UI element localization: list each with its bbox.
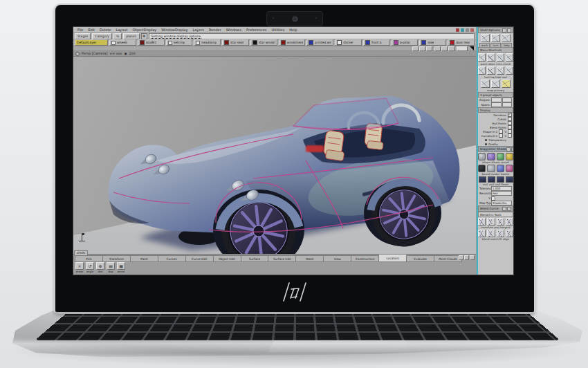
highlight-tool-icon[interactable]: [502, 80, 511, 88]
viewport-title-bar[interactable]: Persp [Camera] == xxx ◉ 100: [73, 51, 476, 57]
display-checkbox[interactable]: [499, 134, 503, 138]
panel-title-bar[interactable]: Shelf Options: [478, 27, 513, 33]
layer-chip[interactable]: star windshld: [250, 39, 277, 46]
layer-chip[interactable]: b-pillar: [392, 39, 419, 46]
layer-checkbox[interactable]: [168, 41, 172, 45]
panel-collapse-button[interactable]: [502, 28, 506, 33]
curve-snap-icon[interactable]: [466, 28, 469, 32]
maximize-button[interactable]: [441, 46, 448, 51]
point-snap-icon[interactable]: [470, 28, 474, 32]
blend-btn2[interactable]: [507, 207, 511, 211]
fit-curve-icon[interactable]: [497, 230, 504, 237]
layer-swatch[interactable]: [365, 40, 370, 45]
prompt-button-[interactable]: %: [113, 33, 122, 39]
shader-sphere-icon[interactable]: [506, 153, 513, 160]
layer-chip[interactable]: wheels: [109, 39, 136, 46]
shelf-tab-curves[interactable]: Curves: [158, 255, 186, 262]
shader-sphere-icon[interactable]: [487, 153, 495, 160]
3d-viewport[interactable]: [73, 57, 476, 254]
shelf-tab-locators[interactable]: Locators: [379, 255, 407, 262]
layer-checkbox[interactable]: [196, 41, 200, 45]
shader-sphere-icon[interactable]: [478, 165, 486, 172]
prompt-button-category[interactable]: Category: [92, 33, 112, 39]
spans-input2[interactable]: [502, 102, 513, 107]
prompt-button-plane1[interactable]: plane1: [123, 33, 139, 39]
degree-input[interactable]: [491, 98, 502, 102]
menu-item-delete[interactable]: Delete: [98, 28, 113, 32]
shelf-tool-dist[interactable]: ⊕dist: [96, 262, 104, 273]
shelf-tab-evaluate[interactable]: Evaluate: [407, 255, 434, 262]
layer-chip[interactable]: sticker: [335, 39, 362, 46]
layer-chip[interactable]: printed windsh: [306, 39, 333, 46]
snap-tool-icon[interactable]: [481, 80, 490, 88]
shelf-tab-object-edit[interactable]: Object Edit: [214, 255, 241, 262]
shelf-min-button[interactable]: [459, 255, 463, 260]
panel-close-button[interactable]: [507, 28, 511, 33]
shelf-tab-transform[interactable]: Transform: [103, 255, 131, 262]
map-type-dropdown[interactable]: ShaderGlo: [491, 201, 512, 205]
vis1-icon[interactable]: [479, 176, 486, 183]
shelf-tab-surface-edit[interactable]: Surface Edit: [268, 255, 296, 262]
shelf-tool-annot[interactable]: ▦annot: [117, 262, 125, 273]
blend-tools-tab[interactable]: Blend/Crv Tools: [478, 212, 513, 217]
shelf-tool-angle[interactable]: ↺angle: [86, 262, 94, 273]
visibility-eye-icon[interactable]: ◉: [124, 52, 127, 55]
shelf-tab-mesh[interactable]: Mesh: [296, 255, 324, 262]
menu-item-file[interactable]: File: [75, 28, 85, 32]
shader-sphere-icon[interactable]: [497, 165, 504, 172]
shelfs-mini-tab[interactable]: shelfs: [74, 250, 88, 255]
menu-item-layers[interactable]: Layers: [190, 28, 206, 32]
menu-item-help[interactable]: Help: [287, 28, 299, 32]
menu-item-layout[interactable]: Layout: [114, 28, 130, 32]
corner-resize-icon[interactable]: [470, 46, 474, 50]
shelf-tool-dup[interactable]: ▤dup: [107, 262, 115, 273]
single-view-button[interactable]: [412, 46, 419, 51]
layer-swatch[interactable]: [394, 40, 398, 45]
grid-icon[interactable]: ⊞: [141, 33, 147, 39]
shelf-close-button[interactable]: [470, 255, 475, 260]
menu-item-windows[interactable]: Windows: [224, 28, 244, 32]
display-v-checkbox[interactable]: [508, 134, 512, 138]
shader-sphere-icon[interactable]: [478, 153, 486, 160]
hide-tool-icon[interactable]: [497, 66, 504, 75]
shelf-tab-point-clouds[interactable]: Point Clouds: [434, 255, 462, 262]
hammer-icon[interactable]: [481, 34, 490, 42]
layer-swatch[interactable]: [450, 40, 454, 45]
menu-item-preferences[interactable]: Preferences: [244, 28, 268, 32]
shelf-tab-curve-edit[interactable]: Curve Edit: [186, 255, 214, 262]
done-button[interactable]: [457, 46, 468, 51]
spans-input[interactable]: [491, 102, 502, 107]
layer-swatch[interactable]: [281, 40, 286, 45]
layer-chip[interactable]: windshield: [279, 39, 306, 46]
blend-btn1[interactable]: [502, 207, 506, 211]
primary-tool-icon[interactable]: [491, 80, 500, 88]
shader-sphere-icon[interactable]: [506, 165, 513, 172]
v-checkbox[interactable]: [491, 196, 495, 201]
shelf-tab-paint[interactable]: Paint: [131, 255, 158, 262]
project-curve-icon[interactable]: [487, 218, 495, 226]
layer-swatch[interactable]: [140, 40, 145, 45]
palette-icon[interactable]: [502, 34, 511, 42]
info-tool-icon[interactable]: [497, 53, 504, 62]
layer-swatch[interactable]: [337, 40, 342, 45]
object-tool-icon[interactable]: [487, 53, 495, 62]
shelf-tab-pick[interactable]: Pick: [75, 255, 103, 262]
paint-tool-icon[interactable]: [478, 53, 486, 62]
pan-view-button[interactable]: [426, 46, 432, 51]
panel-tab-work[interactable]: work: [479, 43, 490, 47]
layer-checkbox[interactable]: [111, 41, 116, 45]
tool-icon[interactable]: [478, 66, 486, 75]
layer-swatch[interactable]: [224, 40, 229, 45]
layer-chip-default[interactable]: DefaultLayer: [75, 39, 108, 46]
diag-btn2[interactable]: [511, 147, 513, 151]
menu-item-render[interactable]: Render: [207, 28, 223, 32]
shelf-max-button[interactable]: [464, 255, 469, 260]
menu-shortcuts-header[interactable]: Menu Shortcuts: [478, 47, 513, 53]
vis3-icon[interactable]: [497, 176, 504, 183]
preset-objects-header[interactable]: 4 preset objects: [478, 92, 513, 98]
layer-chip[interactable]: door rear: [448, 39, 475, 46]
blend-curve-icon[interactable]: [478, 230, 486, 237]
degree-input2[interactable]: [502, 98, 513, 102]
menu-item-windowdisplay[interactable]: WindowDisplay: [159, 28, 190, 32]
panel-tab-help[interactable]: help: [502, 43, 512, 47]
